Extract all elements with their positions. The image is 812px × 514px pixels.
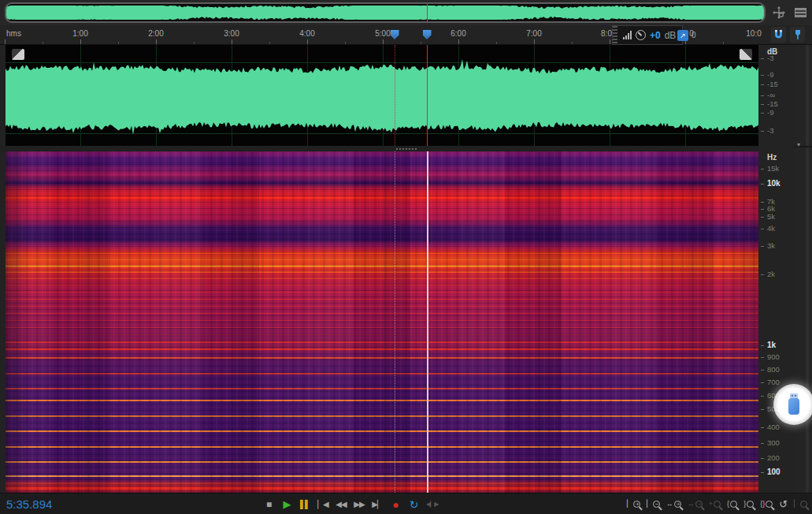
zoom-in-at-playhead-button: ▏: [794, 497, 807, 512]
ruler-time-label: 2:00: [148, 29, 163, 38]
zoom-out-amplitude-icon: ▏: [647, 501, 652, 508]
spectrogram-playhead[interactable]: [427, 151, 428, 493]
magnifier-icon: −: [695, 501, 703, 508]
volume-hud[interactable]: +0 dB: [612, 25, 683, 45]
zoom-full-button: +: [709, 497, 721, 512]
timeline-ruler[interactable]: hms +0 dB ↗ 0 1:002:003:00: [0, 25, 812, 45]
timeline-marker-flag[interactable]: [423, 30, 432, 39]
zoom-in-time-icon: ↔: [666, 501, 673, 508]
fast-forward-button[interactable]: ▶▶: [354, 497, 365, 512]
ruler-tick: [421, 42, 421, 44]
ruler-tick: [194, 42, 195, 44]
ruler-time-label: 7:00: [526, 29, 541, 38]
cursor-mode-icon[interactable]: ↗: [677, 30, 688, 41]
magnifier-icon: [766, 501, 773, 508]
zoom-in-at-in-point-icon: {: [727, 501, 729, 508]
move-crosshair-icon: [773, 6, 785, 19]
magnifier-icon: [714, 501, 721, 508]
hud-cursor-value: 0: [691, 31, 696, 39]
overview-row: [0, 0, 812, 25]
waveform-display[interactable]: [6, 45, 758, 146]
ruler-unit-label: hms: [6, 29, 21, 38]
channel-corner-chip-right[interactable]: [740, 49, 752, 60]
collapse-arrow-icon[interactable]: ▾: [797, 141, 800, 148]
rewind-button[interactable]: ◀◀: [336, 497, 347, 512]
record-button[interactable]: ●: [390, 497, 401, 512]
ruler-tick: [383, 39, 384, 44]
overview-waveform: [6, 4, 764, 21]
ruler-time-label: 10:0: [746, 29, 761, 38]
magnifier-icon: [730, 501, 737, 508]
skip-selection-button: ◀▏▶: [426, 497, 438, 512]
hud-cursor-group[interactable]: ↗ 0: [677, 28, 696, 43]
usb-cursor-overlay: [773, 384, 812, 425]
snap-toggle-button[interactable]: [771, 27, 786, 43]
ruler-tick: [458, 39, 459, 44]
spectrogram-display[interactable]: [6, 151, 758, 493]
zoom-out-amplitude-button[interactable]: ▏−: [647, 497, 660, 512]
magnifier-icon: [800, 501, 807, 508]
zoom-controls: ▏+▏−↔+↔−+{}{}↺▏: [627, 494, 807, 514]
scrollbar-gutter: ▾: [795, 45, 812, 493]
overview-navigator[interactable]: [5, 2, 766, 23]
restore-default-zoom-button[interactable]: ↺: [779, 497, 788, 512]
splitter-grip-dots[interactable]: [396, 148, 417, 150]
magnifier-icon: +: [674, 501, 681, 508]
ruler-tick: [610, 39, 610, 44]
selection-marker-line-spectral: [395, 151, 395, 493]
ruler-tick: [534, 39, 535, 44]
ruler-time-label: 3:00: [224, 29, 239, 38]
ruler-time-label: 5:00: [375, 29, 390, 38]
magnet-icon: [773, 29, 784, 40]
magnifier-icon: −: [653, 501, 660, 508]
zoom-to-selection-button[interactable]: {}: [760, 497, 773, 512]
timeline-marker-flag[interactable]: [391, 30, 399, 39]
ruler-tick: [723, 42, 724, 44]
hz-scale-title: Hz: [767, 153, 777, 162]
gain-value[interactable]: +0: [650, 30, 661, 41]
skip-to-start-button[interactable]: ▏◀: [317, 497, 328, 512]
ruler-tick: [496, 42, 497, 44]
loop-playback-button[interactable]: ↻: [408, 497, 419, 512]
zoom-in-time-button[interactable]: ↔+: [666, 497, 681, 512]
hud-drag-grip[interactable]: [613, 26, 617, 44]
selection-marker-line: [395, 45, 395, 146]
zoom-in-amplitude-button[interactable]: ▏+: [627, 497, 640, 512]
ruler-tick: [345, 42, 346, 44]
ruler-tick: [43, 42, 43, 44]
ruler-time-label: 4:00: [299, 29, 314, 38]
ruler-tick: [156, 39, 157, 44]
channel-corner-chip-left[interactable]: [12, 49, 24, 60]
navigate-tool-icon[interactable]: [772, 6, 786, 20]
ruler-tick: [307, 39, 308, 44]
skip-to-end-button[interactable]: ▶▏: [372, 497, 383, 512]
zoom-in-amplitude-icon: ▏: [627, 501, 632, 508]
zoom-out-time-button: ↔−: [688, 497, 703, 512]
stop-button[interactable]: ■: [263, 497, 274, 512]
waveform-graph: [6, 45, 758, 146]
ruler-tick: [5, 39, 6, 44]
zoom-in-at-out-point-button[interactable]: }: [743, 497, 754, 512]
play-button[interactable]: ▶: [281, 497, 292, 512]
transport-controls: ■▶▌▌▏◀◀◀▶▶▶▏●↻◀▏▶: [263, 494, 438, 514]
overview-playhead[interactable]: [427, 4, 428, 21]
magnifier-icon: +: [633, 501, 640, 508]
panel-menu-icon[interactable]: [793, 6, 807, 20]
ruler-tick: [269, 42, 270, 44]
ruler-tick: [572, 42, 573, 44]
gain-knob[interactable]: [636, 30, 646, 40]
usb-drive-icon: [788, 393, 800, 415]
vertical-scrollbar[interactable]: [806, 45, 809, 493]
pause-button[interactable]: ▌▌: [299, 497, 310, 512]
zoom-in-at-in-point-button[interactable]: {: [727, 497, 737, 512]
marker-toggle-button[interactable]: [790, 27, 805, 43]
panel-splitter[interactable]: [0, 146, 812, 151]
waveform-playhead[interactable]: [427, 45, 428, 146]
zoom-out-time-icon: ↔: [688, 501, 695, 508]
status-bar: 5:35.894 ■▶▌▌▏◀◀◀▶▶▶▏●↻◀▏▶ ▏+▏−↔+↔−+{}{}…: [0, 493, 812, 514]
restore-default-zoom-icon: ↺: [779, 499, 788, 509]
playhead-time-display[interactable]: 5:35.894: [6, 497, 52, 511]
levels-icon: [623, 31, 632, 39]
marker-pin-icon: [793, 29, 803, 40]
ruler-tick: [118, 42, 119, 44]
